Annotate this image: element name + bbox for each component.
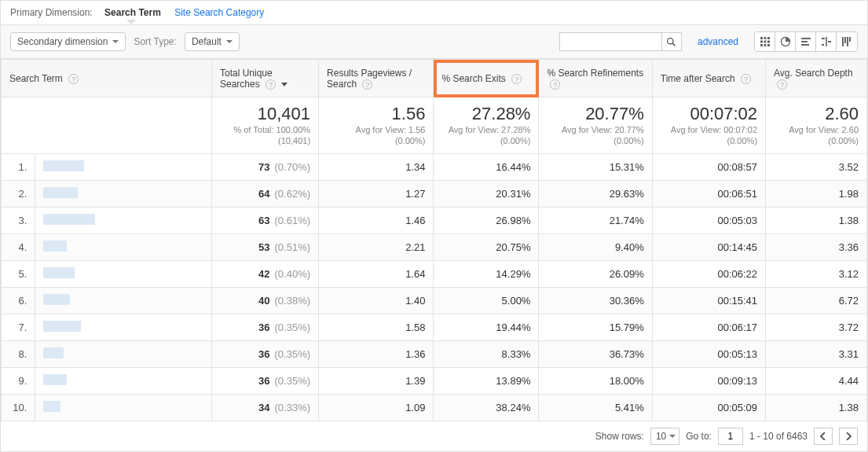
row-term xyxy=(35,233,212,260)
row-rpv: 1.36 xyxy=(319,340,434,367)
row-rpv: 1.40 xyxy=(319,287,434,314)
search-input[interactable] xyxy=(559,32,661,51)
help-icon[interactable]: ? xyxy=(741,74,751,84)
secondary-dimension-label: Secondary dimension xyxy=(17,36,108,47)
row-refine: 15.79% xyxy=(539,314,652,340)
column-label: Search Term xyxy=(9,73,63,84)
svg-rect-21 xyxy=(847,37,848,46)
primary-dimension-active[interactable]: Search Term xyxy=(101,6,164,20)
view-comparison-button[interactable] xyxy=(816,32,837,51)
prev-page-button[interactable] xyxy=(814,428,833,445)
svg-rect-13 xyxy=(801,41,808,42)
help-icon[interactable]: ? xyxy=(266,79,276,90)
row-rpv: 1.39 xyxy=(319,367,434,394)
search-button[interactable] xyxy=(661,32,682,51)
row-unique: 34(0.33%) xyxy=(212,394,319,421)
show-rows-select[interactable]: 10 xyxy=(650,428,679,445)
svg-rect-9 xyxy=(764,44,766,46)
table-row[interactable]: 10.34(0.33%)1.0938.24%5.41%00:05:091.38 xyxy=(2,394,867,421)
column-header-results-pageviews[interactable]: Results Pageviews / Search ? xyxy=(319,60,434,97)
row-unique: 42(0.40%) xyxy=(212,260,319,287)
row-index: 1. xyxy=(2,153,35,180)
row-unique: 53(0.51%) xyxy=(212,233,319,260)
svg-rect-17 xyxy=(828,41,831,42)
sort-type-value: Default xyxy=(192,36,222,47)
svg-rect-6 xyxy=(764,41,766,43)
column-header-search-exits[interactable]: % Search Exits ? xyxy=(434,60,539,97)
table-row[interactable]: 8.36(0.35%)1.368.33%36.73%00:05:133.31 xyxy=(2,340,867,367)
help-icon[interactable]: ? xyxy=(68,74,79,84)
primary-dimension-bar: Primary Dimension: Search Term Site Sear… xyxy=(1,1,867,25)
goto-input[interactable] xyxy=(718,428,743,445)
total-depth-sub2: (0.00%) xyxy=(774,135,859,146)
total-refine-sub1: Avg for View: 20.77% xyxy=(547,124,643,135)
bars-icon xyxy=(800,36,811,47)
row-depth: 3.12 xyxy=(766,260,867,287)
total-rpv-sub: Avg for View: 1.56 (0.00%) xyxy=(327,124,425,147)
table-row[interactable]: 4.53(0.51%)2.2120.75%9.40%00:14:453.36 xyxy=(2,233,867,260)
row-unique: 64(0.62%) xyxy=(212,180,319,207)
row-refine: 30.36% xyxy=(539,287,652,314)
column-header-time-after-search[interactable]: Time after Search ? xyxy=(652,60,765,97)
advanced-link[interactable]: advanced xyxy=(698,36,738,47)
row-term xyxy=(35,287,212,314)
total-refine-sub2: (0.00%) xyxy=(547,135,643,146)
column-header-search-term[interactable]: Search Term ? xyxy=(2,60,212,97)
total-depth: 2.60 xyxy=(774,104,859,124)
row-refine: 36.73% xyxy=(539,340,652,367)
table-row[interactable]: 9.36(0.35%)1.3913.89%18.00%00:09:134.44 xyxy=(2,367,867,394)
help-icon[interactable]: ? xyxy=(362,79,372,90)
row-unique: 36(0.35%) xyxy=(212,314,319,340)
total-unique-sub2: (10,401) xyxy=(220,135,310,146)
row-time: 00:05:09 xyxy=(652,394,765,421)
row-unique: 73(0.70%) xyxy=(212,153,319,180)
view-pie-button[interactable] xyxy=(775,32,796,51)
svg-rect-8 xyxy=(760,44,763,46)
column-header-avg-search-depth[interactable]: Avg. Search Depth ? xyxy=(766,60,867,97)
row-time: 00:08:57 xyxy=(652,153,765,180)
table-row[interactable]: 6.40(0.38%)1.405.00%30.36%00:15:416.72 xyxy=(2,287,867,314)
table-row[interactable]: 5.42(0.40%)1.6414.29%26.09%00:06:223.12 xyxy=(2,260,867,287)
search-icon xyxy=(666,37,676,47)
svg-rect-3 xyxy=(764,37,766,39)
row-term xyxy=(35,207,212,233)
primary-dimension-alt-link[interactable]: Site Search Category xyxy=(174,7,264,18)
sort-desc-icon xyxy=(281,83,288,86)
view-table-button[interactable] xyxy=(755,32,775,51)
view-pivot-button[interactable] xyxy=(837,32,857,51)
chevron-right-icon xyxy=(845,432,852,440)
svg-rect-22 xyxy=(849,37,851,42)
row-rpv: 2.21 xyxy=(319,233,434,260)
row-time: 00:14:45 xyxy=(652,233,765,260)
next-page-button[interactable] xyxy=(839,428,858,445)
help-icon[interactable]: ? xyxy=(777,79,787,90)
secondary-dimension-dropdown[interactable]: Secondary dimension xyxy=(10,32,126,51)
total-time: 00:07:02 xyxy=(661,104,757,124)
pivot-icon xyxy=(841,36,852,47)
sort-type-dropdown[interactable]: Default xyxy=(185,32,240,51)
total-unique-searches: 10,401 xyxy=(220,104,310,124)
column-header-search-refinements[interactable]: % Search Refinements ? xyxy=(539,60,652,97)
table-row[interactable]: 1.73(0.70%)1.3416.44%15.31%00:08:573.52 xyxy=(2,153,867,180)
caret-down-icon xyxy=(669,435,676,438)
table-row[interactable]: 7.36(0.35%)1.5819.44%15.79%00:06:173.72 xyxy=(2,314,867,340)
goto-label: Go to: xyxy=(686,431,712,442)
row-rpv: 1.09 xyxy=(319,394,434,421)
row-term xyxy=(35,153,212,180)
total-exits: 27.28% xyxy=(441,104,530,124)
row-term xyxy=(35,394,212,421)
view-performance-button[interactable] xyxy=(796,32,816,51)
table-row[interactable]: 3.63(0.61%)1.4626.98%21.74%00:05:031.38 xyxy=(2,207,867,233)
column-header-unique-searches[interactable]: Total Unique Searches ? xyxy=(212,60,319,97)
svg-rect-12 xyxy=(801,38,811,39)
help-icon[interactable]: ? xyxy=(511,74,522,84)
row-refine: 26.09% xyxy=(539,260,652,287)
total-time-sub1: Avg for View: 00:07:02 xyxy=(661,124,757,135)
table-icon xyxy=(760,36,771,47)
row-depth: 4.44 xyxy=(766,367,867,394)
help-icon[interactable]: ? xyxy=(550,79,560,90)
svg-rect-14 xyxy=(801,44,809,46)
table-row[interactable]: 2.64(0.62%)1.2720.31%29.63%00:06:511.98 xyxy=(2,180,867,207)
row-index: 5. xyxy=(2,260,35,287)
row-range-label: 1 - 10 of 6463 xyxy=(749,431,808,442)
